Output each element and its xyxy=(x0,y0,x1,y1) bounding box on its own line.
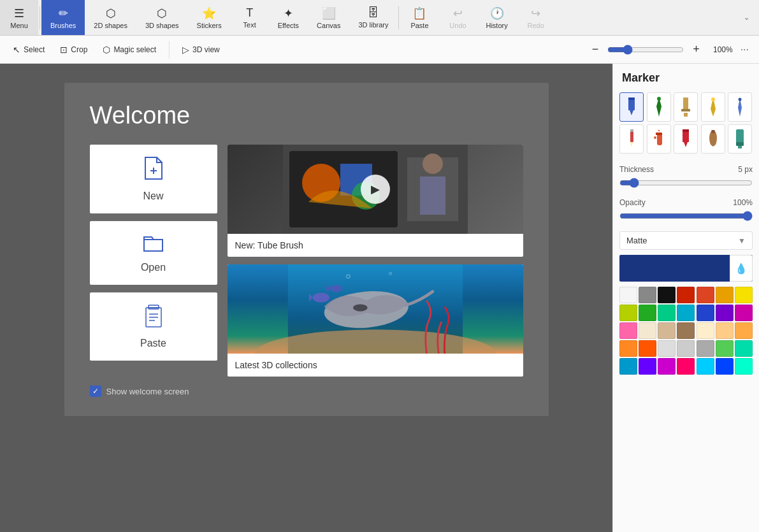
color-swatch[interactable] xyxy=(716,322,734,339)
color-swatch[interactable] xyxy=(658,358,676,375)
magic-select-label: Magic select xyxy=(113,45,156,54)
color-swatch[interactable] xyxy=(619,305,637,321)
color-swatch[interactable] xyxy=(639,358,656,375)
3d-library-button[interactable]: 🗄 3D library xyxy=(349,0,397,35)
color-swatch[interactable] xyxy=(639,322,656,339)
color-swatch[interactable] xyxy=(697,340,714,357)
play-button[interactable]: ▶ xyxy=(361,175,390,204)
color-swatch[interactable] xyxy=(697,322,714,339)
color-swatch[interactable] xyxy=(716,340,734,357)
new-card[interactable]: New xyxy=(90,145,217,213)
effects-button[interactable]: ✦ Effects xyxy=(269,0,308,35)
color-swatch[interactable] xyxy=(735,358,753,375)
history-label: History xyxy=(486,22,507,29)
paste-card-label: Paste xyxy=(140,338,166,349)
menu-label: Menu xyxy=(10,22,28,29)
paste-button[interactable]: 📋 Paste xyxy=(400,0,438,35)
2d-shapes-button[interactable]: ⬡ 2D shapes xyxy=(85,0,136,35)
zoom-slider[interactable] xyxy=(607,45,684,55)
brush-marker[interactable] xyxy=(619,92,644,122)
collections-card[interactable]: Latest 3D collections xyxy=(228,264,523,377)
color-swatch[interactable] xyxy=(677,287,695,303)
svg-rect-39 xyxy=(736,129,744,143)
opacity-slider[interactable] xyxy=(619,211,753,221)
color-swatch[interactable] xyxy=(735,287,753,303)
open-card[interactable]: Open xyxy=(90,221,217,285)
eyedropper-button[interactable]: 💧 xyxy=(730,255,753,282)
svg-rect-2 xyxy=(148,305,159,309)
svg-rect-38 xyxy=(711,130,715,133)
color-swatch[interactable] xyxy=(677,305,695,321)
current-color-swatch[interactable] xyxy=(619,255,730,282)
matte-label: Matte xyxy=(626,236,647,245)
text-button[interactable]: T Text xyxy=(231,0,269,35)
color-swatch[interactable] xyxy=(716,287,734,303)
more-button[interactable]: ··· xyxy=(737,44,753,55)
color-swatch[interactable] xyxy=(677,322,695,339)
color-swatch[interactable] xyxy=(697,287,714,303)
svg-rect-26 xyxy=(681,109,690,111)
brush-calligraphy[interactable] xyxy=(647,92,671,122)
color-swatch[interactable] xyxy=(619,358,637,375)
redo-label: Redo xyxy=(528,22,544,29)
menu-button[interactable]: ☰ Menu xyxy=(0,0,38,35)
magic-select-button[interactable]: ⬡ Magic select xyxy=(96,42,163,57)
color-swatch[interactable] xyxy=(639,287,656,303)
crop-label: Crop xyxy=(71,45,87,54)
color-swatch[interactable] xyxy=(716,358,734,375)
3d-shapes-label: 3D shapes xyxy=(145,22,179,29)
brush-teal[interactable] xyxy=(728,124,752,154)
minimize-button[interactable]: ⌄ xyxy=(734,0,759,35)
color-swatch[interactable] xyxy=(697,305,714,321)
color-swatch[interactable] xyxy=(639,340,656,357)
brush-spray[interactable] xyxy=(647,124,671,154)
color-swatch[interactable] xyxy=(697,358,714,375)
secondary-toolbar: ↖ Select ⊡ Crop ⬡ Magic select ▷ 3D view… xyxy=(0,36,759,64)
3d-shapes-button[interactable]: ⬡ 3D shapes xyxy=(136,0,188,35)
video-card[interactable]: ▶ New: Tube Brush xyxy=(228,145,523,257)
crop-button[interactable]: ⊡ Crop xyxy=(54,42,94,57)
new-card-label: New xyxy=(143,191,163,202)
3d-view-button[interactable]: ▷ 3D view xyxy=(176,42,226,57)
brush-gold-pen[interactable] xyxy=(701,92,725,122)
brush-pencil[interactable] xyxy=(619,124,644,154)
color-swatch[interactable] xyxy=(735,305,753,321)
stickers-label: Stickers xyxy=(197,22,222,29)
open-card-label: Open xyxy=(141,262,166,273)
opacity-label: Opacity xyxy=(619,198,730,207)
color-swatch[interactable] xyxy=(658,340,676,357)
color-swatch[interactable] xyxy=(619,322,637,339)
show-welcome-checkbox-row[interactable]: ✓ Show welcome screen xyxy=(90,385,523,397)
canvas-button[interactable]: ⬜ Canvas xyxy=(308,0,349,35)
color-swatch[interactable] xyxy=(658,305,676,321)
color-swatch[interactable] xyxy=(677,358,695,375)
canvas-area: Welcome New xyxy=(0,64,612,532)
svg-point-19 xyxy=(312,292,329,302)
color-swatch[interactable] xyxy=(639,305,656,321)
color-swatch[interactable] xyxy=(619,340,637,357)
color-swatch[interactable] xyxy=(619,287,637,303)
undo-button[interactable]: ↩ Undo xyxy=(438,0,477,35)
brushes-button[interactable]: ✏ Brushes xyxy=(41,0,85,35)
brush-brown[interactable] xyxy=(701,124,725,154)
color-swatch[interactable] xyxy=(716,305,734,321)
select-button[interactable]: ↖ Select xyxy=(6,42,51,57)
matte-dropdown[interactable]: Matte ▼ xyxy=(619,231,753,250)
zoom-out-button[interactable]: − xyxy=(587,40,604,59)
stickers-button[interactable]: ⭐ Stickers xyxy=(188,0,231,35)
zoom-in-button[interactable]: + xyxy=(688,40,705,59)
color-swatch[interactable] xyxy=(735,340,753,357)
paste-card[interactable]: Paste xyxy=(90,292,217,361)
brush-red-marker[interactable] xyxy=(674,124,698,154)
history-button[interactable]: 🕐 History xyxy=(477,0,516,35)
brush-thin-pen[interactable] xyxy=(728,92,752,122)
thickness-slider[interactable] xyxy=(619,178,753,188)
color-swatch[interactable] xyxy=(677,340,695,357)
paste-card-icon xyxy=(143,304,164,333)
color-swatch[interactable] xyxy=(658,322,676,339)
brush-oil[interactable] xyxy=(674,92,698,122)
show-welcome-checkbox[interactable]: ✓ xyxy=(90,385,101,397)
redo-button[interactable]: ↪ Redo xyxy=(517,0,555,35)
color-swatch[interactable] xyxy=(735,322,753,339)
color-swatch[interactable] xyxy=(658,287,676,303)
